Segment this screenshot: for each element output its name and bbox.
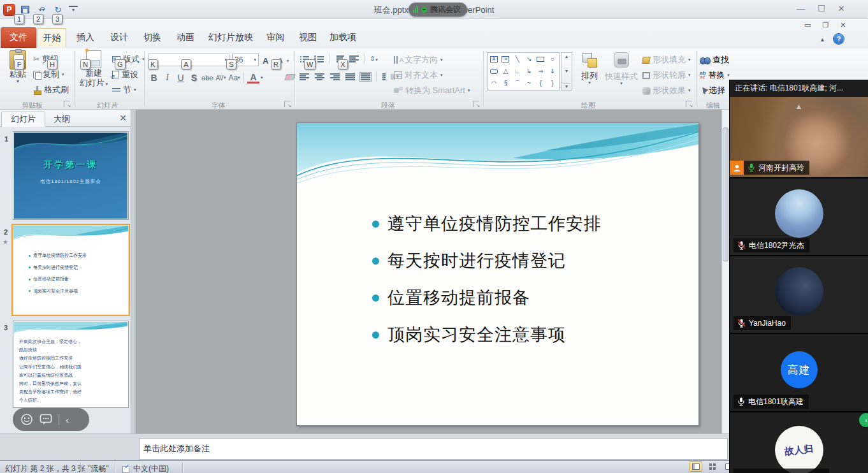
panel-splitter[interactable]	[131, 110, 136, 433]
participant-tile[interactable]: 故人归	[730, 412, 868, 473]
text-direction-button[interactable]: 文字方向▾	[394, 54, 443, 66]
arrange-button[interactable]: 排列 ▾	[577, 50, 602, 99]
change-case-button[interactable]: Aa▾	[228, 71, 240, 84]
distribute-button[interactable]	[361, 73, 370, 80]
slide-bullet-item[interactable]: 位置移动提前报备	[372, 285, 602, 310]
participant-tile[interactable]: 高建 电信1801耿高建	[730, 334, 868, 411]
paragraph-dialog-launcher[interactable]	[473, 101, 479, 107]
slide3-thumbnail[interactable]: 开展此次班会主题：坚定信心， 战胜疫情 做好疫情防控期间工作安排 让同学们坚定信…	[13, 321, 129, 408]
maximize-button[interactable]: ☐	[818, 3, 825, 15]
text-direction-icon	[394, 56, 402, 64]
drawing-dialog-launcher[interactable]	[686, 101, 692, 107]
notes-pane[interactable]: 单击此处添加备注	[139, 438, 728, 460]
slide-sorter-view-button[interactable]	[706, 461, 719, 472]
italic-button[interactable]: I	[161, 71, 173, 84]
tab-file[interactable]: 文件	[1, 28, 36, 47]
underline-button[interactable]: U	[175, 71, 187, 84]
slide-editor-area: 遵守单位疫情防控工作安排 每天按时进行疫情登记 位置移动提前报备 顶岗实习安全注…	[136, 110, 721, 433]
collapse-triangle-icon[interactable]: ▲	[795, 102, 803, 111]
align-text-button[interactable]: 对齐文本▾	[394, 69, 443, 82]
tab-design[interactable]: 设计	[104, 28, 134, 47]
format-painter-button[interactable]: 格式刷	[33, 83, 69, 97]
tab-slides-thumbnails[interactable]: 幻灯片	[1, 112, 45, 127]
replace-icon: abac	[700, 71, 705, 79]
tab-transitions[interactable]: 切换	[137, 28, 168, 47]
tab-view[interactable]: 视图	[293, 28, 322, 47]
tab-review[interactable]: 审阅	[260, 28, 291, 47]
shape-oval-icon: ○	[551, 56, 554, 62]
replace-button[interactable]: abac 替换▾	[700, 69, 730, 82]
character-spacing-button[interactable]: AV▾	[215, 71, 227, 84]
customize-qat-button[interactable]: ▾	[69, 6, 78, 13]
help-button[interactable]: ?	[834, 34, 844, 44]
slide-content-placeholder[interactable]: 遵守单位疫情防控工作安排 每天按时进行疫情登记 位置移动提前报备 顶岗实习安全注…	[372, 211, 602, 359]
font-color-button[interactable]: A	[247, 73, 259, 84]
tencent-meeting-pill[interactable]: 腾讯会议	[409, 3, 467, 17]
shape-gallery[interactable]: A ≡ ╲ ↘ ○ △ ∟ ↳ ⇒ ⇓ ◠ § ⌒ ~ { }	[487, 52, 560, 91]
tab-home[interactable]: 开始	[38, 28, 66, 47]
justify-button[interactable]	[345, 73, 355, 80]
shape-down-arrow-icon: ⇓	[550, 68, 555, 75]
status-language[interactable]: 中文(中国)	[122, 463, 169, 473]
slide-canvas[interactable]: 遵守单位疫情防控工作安排 每天按时进行疫情登记 位置移动提前报备 顶岗实习安全注…	[296, 122, 699, 426]
shape-effects-button[interactable]: 形状效果▾	[642, 84, 691, 97]
tab-animations[interactable]: 动画	[170, 28, 201, 47]
slide-bullet-item[interactable]: 遵守单位疫情防控工作安排	[372, 211, 602, 236]
tab-outline[interactable]: 大纲	[45, 112, 79, 127]
editor-scrollbar-thumb[interactable]	[723, 127, 728, 261]
chat-button[interactable]	[40, 414, 52, 425]
align-left-button[interactable]	[300, 73, 309, 80]
collapse-ribbon-button[interactable]: ▲	[820, 36, 825, 43]
convert-smartart-button[interactable]: 转换为 SmartArt▾	[394, 84, 470, 97]
slide2-thumbnail-selected[interactable]: 遵守单位疫情防控工作安排 每天按时进行疫情登记 位置移动提前报备 顶岗实习安全注…	[11, 224, 130, 316]
tab-slideshow[interactable]: 幻灯片放映	[204, 28, 257, 47]
slide2-bullet: 顶岗实习安全注意事项	[33, 287, 78, 295]
strikethrough-button[interactable]: abe	[201, 71, 213, 84]
line-spacing-button[interactable]: ⇕▾	[370, 55, 378, 63]
bold-button[interactable]: B	[148, 71, 160, 84]
shape-vertical-textbox-icon: ≡	[502, 56, 509, 62]
tab-insert[interactable]: 插入	[70, 28, 101, 47]
collapse-chevron-icon[interactable]: ‹	[66, 415, 69, 425]
keytip-2: 2	[33, 14, 43, 24]
close-panel-icon[interactable]: ✕	[119, 113, 127, 123]
slide1-thumbnail[interactable]: 开学第一课 电信1801/1802主题班会	[13, 131, 129, 220]
powerpoint-app-icon[interactable]: P	[4, 4, 15, 15]
columns-button[interactable]	[382, 73, 391, 80]
align-center-button[interactable]	[315, 73, 324, 80]
increase-indent-button[interactable]	[349, 55, 359, 62]
active-speaker-badge	[730, 161, 744, 175]
numbering-button[interactable]	[314, 55, 324, 62]
text-shadow-button[interactable]: S	[188, 71, 200, 84]
slide-bullet-item[interactable]: 顶岗实习安全注意事项	[372, 322, 602, 347]
reset-button[interactable]: 重设	[112, 68, 138, 82]
tab-addins[interactable]: 加载项	[324, 28, 362, 47]
participant-video-tile[interactable]: ▲ 河南开封高玲	[730, 97, 868, 177]
close-button[interactable]: ✕	[838, 3, 845, 15]
shape-outline-button[interactable]: 形状轮廓▾	[642, 69, 691, 82]
minimize-button[interactable]: —	[797, 3, 805, 15]
clipboard-dialog-launcher[interactable]	[64, 101, 70, 107]
doc-close-button[interactable]: ✕	[840, 21, 846, 29]
emoji-button[interactable]	[20, 413, 33, 426]
select-icon	[700, 87, 706, 94]
quick-styles-button[interactable]: 快速样式 ▾	[603, 50, 640, 99]
font-dialog-launcher[interactable]	[284, 101, 291, 107]
slide1-number: 1	[4, 135, 8, 143]
shape-gallery-scroll[interactable]: ▲ ▼ ▼	[561, 52, 572, 91]
clear-formatting-button[interactable]	[286, 70, 294, 84]
participant-tile[interactable]: 电信1802尹光杰	[730, 178, 868, 255]
copy-button[interactable]: 复制 ▾	[33, 68, 64, 82]
section-button[interactable]: 节▾	[112, 83, 136, 97]
doc-restore-button[interactable]: ❐	[822, 21, 828, 29]
normal-view-button[interactable]	[690, 461, 702, 472]
paste-button[interactable]: 粘贴 ▼	[5, 50, 31, 99]
select-button[interactable]: 选择	[700, 84, 725, 97]
new-slide-button[interactable]: 新建 幻灯片 ▾	[79, 50, 108, 99]
find-button[interactable]: 查找	[700, 54, 729, 66]
shape-fill-button[interactable]: 形状填充▾	[642, 54, 691, 66]
participant-tile[interactable]: YanJiaHao	[730, 256, 868, 333]
align-right-button[interactable]	[330, 73, 340, 80]
slide-bullet-item[interactable]: 每天按时进行疫情登记	[372, 248, 602, 273]
doc-minimize-button[interactable]: ▭	[804, 21, 811, 29]
